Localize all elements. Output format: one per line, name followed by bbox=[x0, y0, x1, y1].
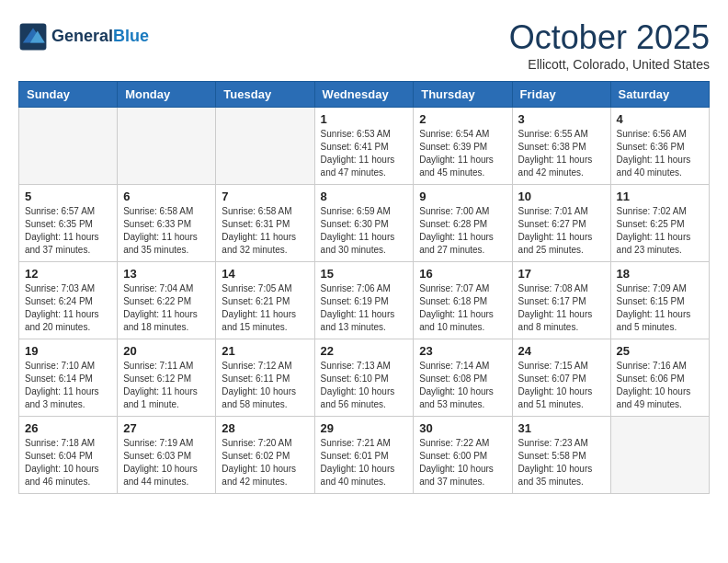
day-info: Sunrise: 7:11 AM Sunset: 6:12 PM Dayligh… bbox=[123, 360, 210, 411]
calendar-cell: 30Sunrise: 7:22 AM Sunset: 6:00 PM Dayli… bbox=[414, 417, 512, 494]
day-info: Sunrise: 7:22 AM Sunset: 6:00 PM Dayligh… bbox=[419, 437, 506, 488]
day-number: 2 bbox=[419, 112, 506, 126]
calendar-cell bbox=[19, 108, 118, 185]
calendar-cell: 26Sunrise: 7:18 AM Sunset: 6:04 PM Dayli… bbox=[19, 417, 118, 494]
day-number: 18 bbox=[617, 267, 703, 281]
calendar-cell: 22Sunrise: 7:13 AM Sunset: 6:10 PM Dayli… bbox=[314, 339, 414, 417]
day-number: 10 bbox=[518, 190, 605, 203]
day-number: 21 bbox=[222, 344, 308, 358]
day-number: 1 bbox=[321, 112, 408, 126]
calendar-cell: 7Sunrise: 6:58 AM Sunset: 6:31 PM Daylig… bbox=[216, 185, 314, 262]
calendar-cell bbox=[610, 417, 709, 494]
day-number: 3 bbox=[518, 112, 605, 126]
calendar-subtitle: Ellicott, Colorado, United States bbox=[509, 57, 710, 72]
day-header-thursday: Thursday bbox=[414, 82, 512, 108]
calendar-cell: 29Sunrise: 7:21 AM Sunset: 6:01 PM Dayli… bbox=[314, 417, 414, 494]
calendar-cell bbox=[216, 108, 314, 185]
day-number: 25 bbox=[617, 344, 703, 358]
day-number: 9 bbox=[419, 190, 506, 203]
week-row-3: 19Sunrise: 7:10 AM Sunset: 6:14 PM Dayli… bbox=[19, 339, 710, 417]
day-number: 7 bbox=[222, 190, 308, 203]
day-number: 30 bbox=[419, 421, 506, 435]
calendar-cell: 20Sunrise: 7:11 AM Sunset: 6:12 PM Dayli… bbox=[118, 339, 216, 417]
day-info: Sunrise: 6:55 AM Sunset: 6:38 PM Dayligh… bbox=[518, 128, 605, 179]
calendar-cell: 18Sunrise: 7:09 AM Sunset: 6:15 PM Dayli… bbox=[610, 262, 709, 339]
day-number: 8 bbox=[321, 190, 408, 203]
calendar-cell: 14Sunrise: 7:05 AM Sunset: 6:21 PM Dayli… bbox=[216, 262, 314, 339]
calendar-cell: 10Sunrise: 7:01 AM Sunset: 6:27 PM Dayli… bbox=[512, 185, 610, 262]
day-number: 5 bbox=[25, 190, 111, 203]
calendar-cell: 9Sunrise: 7:00 AM Sunset: 6:28 PM Daylig… bbox=[414, 185, 512, 262]
day-number: 29 bbox=[321, 421, 408, 435]
day-header-wednesday: Wednesday bbox=[314, 82, 414, 108]
day-info: Sunrise: 6:59 AM Sunset: 6:30 PM Dayligh… bbox=[321, 205, 408, 257]
day-number: 13 bbox=[123, 267, 210, 281]
day-info: Sunrise: 7:04 AM Sunset: 6:22 PM Dayligh… bbox=[123, 282, 210, 334]
day-info: Sunrise: 7:16 AM Sunset: 6:06 PM Dayligh… bbox=[617, 360, 703, 411]
day-header-friday: Friday bbox=[512, 82, 610, 108]
day-info: Sunrise: 7:23 AM Sunset: 5:58 PM Dayligh… bbox=[518, 437, 605, 488]
calendar-cell: 19Sunrise: 7:10 AM Sunset: 6:14 PM Dayli… bbox=[19, 339, 118, 417]
day-number: 15 bbox=[321, 267, 408, 281]
day-info: Sunrise: 7:08 AM Sunset: 6:17 PM Dayligh… bbox=[518, 282, 605, 334]
day-info: Sunrise: 7:10 AM Sunset: 6:14 PM Dayligh… bbox=[25, 360, 111, 411]
day-number: 22 bbox=[321, 344, 408, 358]
day-info: Sunrise: 7:02 AM Sunset: 6:25 PM Dayligh… bbox=[617, 205, 703, 257]
day-info: Sunrise: 6:58 AM Sunset: 6:31 PM Dayligh… bbox=[222, 205, 308, 257]
day-number: 4 bbox=[617, 112, 703, 126]
day-number: 27 bbox=[123, 421, 210, 435]
calendar-cell: 28Sunrise: 7:20 AM Sunset: 6:02 PM Dayli… bbox=[216, 417, 314, 494]
day-number: 24 bbox=[518, 344, 605, 358]
day-info: Sunrise: 7:05 AM Sunset: 6:21 PM Dayligh… bbox=[222, 282, 308, 334]
calendar-cell: 23Sunrise: 7:14 AM Sunset: 6:08 PM Dayli… bbox=[414, 339, 512, 417]
calendar-cell: 17Sunrise: 7:08 AM Sunset: 6:17 PM Dayli… bbox=[512, 262, 610, 339]
calendar-body: 1Sunrise: 6:53 AM Sunset: 6:41 PM Daylig… bbox=[19, 108, 710, 494]
day-header-tuesday: Tuesday bbox=[216, 82, 314, 108]
day-number: 12 bbox=[25, 267, 111, 281]
day-info: Sunrise: 7:18 AM Sunset: 6:04 PM Dayligh… bbox=[25, 437, 111, 488]
page-header: GeneralBlue October 2025 Ellicott, Color… bbox=[18, 18, 710, 72]
day-number: 28 bbox=[222, 421, 308, 435]
day-info: Sunrise: 7:06 AM Sunset: 6:19 PM Dayligh… bbox=[321, 282, 408, 334]
calendar-cell: 15Sunrise: 7:06 AM Sunset: 6:19 PM Dayli… bbox=[314, 262, 414, 339]
day-info: Sunrise: 7:09 AM Sunset: 6:15 PM Dayligh… bbox=[617, 282, 703, 334]
day-info: Sunrise: 6:58 AM Sunset: 6:33 PM Dayligh… bbox=[123, 205, 210, 257]
calendar-cell: 12Sunrise: 7:03 AM Sunset: 6:24 PM Dayli… bbox=[19, 262, 118, 339]
day-info: Sunrise: 7:03 AM Sunset: 6:24 PM Dayligh… bbox=[25, 282, 111, 334]
day-info: Sunrise: 7:14 AM Sunset: 6:08 PM Dayligh… bbox=[419, 360, 506, 411]
week-row-1: 5Sunrise: 6:57 AM Sunset: 6:35 PM Daylig… bbox=[19, 185, 710, 262]
day-number: 14 bbox=[222, 267, 308, 281]
week-row-4: 26Sunrise: 7:18 AM Sunset: 6:04 PM Dayli… bbox=[19, 417, 710, 494]
day-info: Sunrise: 6:53 AM Sunset: 6:41 PM Dayligh… bbox=[321, 128, 408, 179]
calendar-cell: 8Sunrise: 6:59 AM Sunset: 6:30 PM Daylig… bbox=[314, 185, 414, 262]
day-info: Sunrise: 7:19 AM Sunset: 6:03 PM Dayligh… bbox=[123, 437, 210, 488]
day-header-sunday: Sunday bbox=[19, 82, 118, 108]
calendar-cell: 16Sunrise: 7:07 AM Sunset: 6:18 PM Dayli… bbox=[414, 262, 512, 339]
day-info: Sunrise: 6:54 AM Sunset: 6:39 PM Dayligh… bbox=[419, 128, 506, 179]
calendar-cell: 31Sunrise: 7:23 AM Sunset: 5:58 PM Dayli… bbox=[512, 417, 610, 494]
day-number: 6 bbox=[123, 190, 210, 203]
day-info: Sunrise: 7:15 AM Sunset: 6:07 PM Dayligh… bbox=[518, 360, 605, 411]
day-info: Sunrise: 7:07 AM Sunset: 6:18 PM Dayligh… bbox=[419, 282, 506, 334]
calendar-cell: 27Sunrise: 7:19 AM Sunset: 6:03 PM Dayli… bbox=[118, 417, 216, 494]
day-number: 26 bbox=[25, 421, 111, 435]
calendar-cell: 11Sunrise: 7:02 AM Sunset: 6:25 PM Dayli… bbox=[610, 185, 709, 262]
day-info: Sunrise: 7:20 AM Sunset: 6:02 PM Dayligh… bbox=[222, 437, 308, 488]
calendar-cell: 2Sunrise: 6:54 AM Sunset: 6:39 PM Daylig… bbox=[414, 108, 512, 185]
week-row-0: 1Sunrise: 6:53 AM Sunset: 6:41 PM Daylig… bbox=[19, 108, 710, 185]
day-info: Sunrise: 6:56 AM Sunset: 6:36 PM Dayligh… bbox=[617, 128, 703, 179]
day-number: 23 bbox=[419, 344, 506, 358]
calendar-cell: 21Sunrise: 7:12 AM Sunset: 6:11 PM Dayli… bbox=[216, 339, 314, 417]
calendar-cell: 24Sunrise: 7:15 AM Sunset: 6:07 PM Dayli… bbox=[512, 339, 610, 417]
day-info: Sunrise: 7:12 AM Sunset: 6:11 PM Dayligh… bbox=[222, 360, 308, 411]
calendar-cell: 5Sunrise: 6:57 AM Sunset: 6:35 PM Daylig… bbox=[19, 185, 118, 262]
day-number: 11 bbox=[617, 190, 703, 203]
day-info: Sunrise: 7:21 AM Sunset: 6:01 PM Dayligh… bbox=[321, 437, 408, 488]
calendar-table: SundayMondayTuesdayWednesdayThursdayFrid… bbox=[18, 81, 710, 494]
day-info: Sunrise: 6:57 AM Sunset: 6:35 PM Dayligh… bbox=[25, 205, 111, 257]
day-number: 19 bbox=[25, 344, 111, 358]
calendar-cell bbox=[118, 108, 216, 185]
day-info: Sunrise: 7:01 AM Sunset: 6:27 PM Dayligh… bbox=[518, 205, 605, 257]
logo-icon bbox=[18, 22, 48, 52]
title-section: October 2025 Ellicott, Colorado, United … bbox=[509, 18, 710, 72]
